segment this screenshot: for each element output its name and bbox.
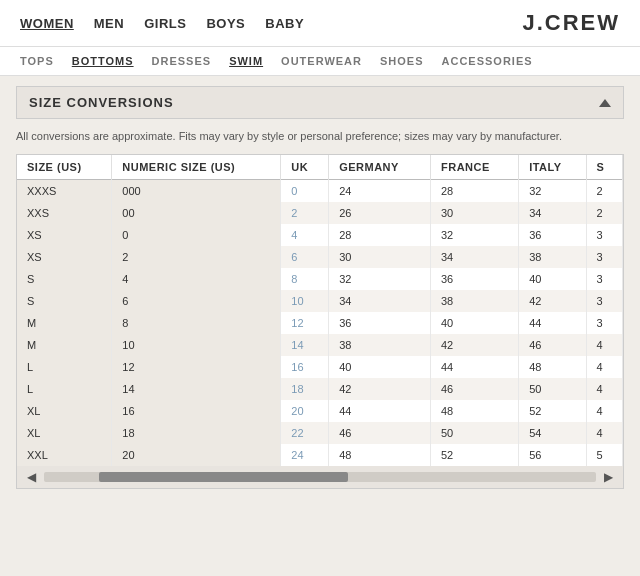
cell-france: 46 [431,378,519,400]
cell-numeric: 4 [112,268,281,290]
col-s: S [586,155,622,180]
section-header: SIZE CONVERSIONS [16,86,624,119]
subnav-bottoms[interactable]: BOTTOMS [72,55,134,67]
subnav-swim[interactable]: SWIM [229,55,263,67]
nav-men[interactable]: MEN [94,16,124,31]
cell-numeric: 6 [112,290,281,312]
cell-germany: 40 [329,356,431,378]
subnav-tops[interactable]: TOPS [20,55,54,67]
cell-uk: 8 [281,268,329,290]
cell-numeric: 12 [112,356,281,378]
cell-italy: 54 [519,422,586,444]
col-germany: GERMANY [329,155,431,180]
cell-germany: 42 [329,378,431,400]
table-header-row: SIZE (US) NUMERIC SIZE (US) UK GERMANY F… [17,155,623,180]
cell-france: 34 [431,246,519,268]
cell-uk: 4 [281,224,329,246]
cell-italy: 36 [519,224,586,246]
cell-uk: 0 [281,180,329,203]
scroll-left-arrow[interactable]: ◀ [23,470,40,484]
table-row: XXL 20 24 48 52 56 5 [17,444,623,466]
subnav-outerwear[interactable]: OUTERWEAR [281,55,362,67]
cell-s: 5 [586,444,622,466]
cell-france: 38 [431,290,519,312]
cell-france: 32 [431,224,519,246]
cell-s: 3 [586,290,622,312]
cell-germany: 24 [329,180,431,203]
cell-uk: 10 [281,290,329,312]
cell-numeric: 18 [112,422,281,444]
cell-italy: 44 [519,312,586,334]
table-body: XXXS 000 0 24 28 32 2 XXS 00 2 26 30 34 … [17,180,623,467]
col-numeric-us: NUMERIC SIZE (US) [112,155,281,180]
col-size-us: SIZE (US) [17,155,112,180]
top-navigation: WOMEN MEN GIRLS BOYS BABY J.CREW [0,0,640,47]
cell-italy: 46 [519,334,586,356]
cell-uk: 20 [281,400,329,422]
table-row: L 12 16 40 44 48 4 [17,356,623,378]
cell-size: XXL [17,444,112,466]
cell-s: 4 [586,422,622,444]
cell-size: S [17,290,112,312]
cell-numeric: 2 [112,246,281,268]
cell-france: 42 [431,334,519,356]
cell-s: 4 [586,356,622,378]
cell-italy: 40 [519,268,586,290]
scroll-track[interactable] [44,472,596,482]
cell-france: 44 [431,356,519,378]
cell-size: L [17,378,112,400]
cell-s: 2 [586,180,622,203]
cell-size: XS [17,246,112,268]
cell-germany: 30 [329,246,431,268]
subnav-accessories[interactable]: ACCESSORIES [442,55,533,67]
cell-italy: 42 [519,290,586,312]
cell-size: XL [17,422,112,444]
nav-boys[interactable]: BOYS [206,16,245,31]
col-italy: ITALY [519,155,586,180]
subnav-shoes[interactable]: SHOES [380,55,424,67]
nav-girls[interactable]: GIRLS [144,16,186,31]
cell-s: 4 [586,334,622,356]
subnav-dresses[interactable]: DRESSES [152,55,212,67]
cell-france: 48 [431,400,519,422]
cell-size: S [17,268,112,290]
cell-uk: 6 [281,246,329,268]
cell-size: M [17,334,112,356]
cell-france: 30 [431,202,519,224]
table-row: L 14 18 42 46 50 4 [17,378,623,400]
cell-s: 3 [586,312,622,334]
cell-germany: 28 [329,224,431,246]
scroll-right-arrow[interactable]: ▶ [600,470,617,484]
horizontal-scrollbar[interactable]: ◀ ▶ [17,466,623,488]
col-uk: UK [281,155,329,180]
cell-france: 28 [431,180,519,203]
collapse-arrow-icon[interactable] [599,99,611,107]
cell-size: M [17,312,112,334]
table-row: XL 18 22 46 50 54 4 [17,422,623,444]
cell-france: 50 [431,422,519,444]
nav-baby[interactable]: BABY [265,16,304,31]
cell-uk: 14 [281,334,329,356]
main-content: SIZE CONVERSIONS All conversions are app… [0,76,640,505]
cell-uk: 12 [281,312,329,334]
cell-s: 3 [586,246,622,268]
nav-women[interactable]: WOMEN [20,16,74,31]
cell-germany: 38 [329,334,431,356]
section-title: SIZE CONVERSIONS [29,95,174,110]
cell-numeric: 10 [112,334,281,356]
cell-germany: 36 [329,312,431,334]
table-row: M 8 12 36 40 44 3 [17,312,623,334]
table-scroll-wrapper[interactable]: SIZE (US) NUMERIC SIZE (US) UK GERMANY F… [17,155,623,466]
cell-germany: 26 [329,202,431,224]
cell-numeric: 8 [112,312,281,334]
table-row: XS 0 4 28 32 36 3 [17,224,623,246]
cell-uk: 2 [281,202,329,224]
scroll-thumb[interactable] [99,472,347,482]
cell-uk: 22 [281,422,329,444]
cell-size: XXXS [17,180,112,203]
table-row: XL 16 20 44 48 52 4 [17,400,623,422]
cell-italy: 52 [519,400,586,422]
cell-numeric: 14 [112,378,281,400]
cell-s: 3 [586,224,622,246]
cell-size: XS [17,224,112,246]
